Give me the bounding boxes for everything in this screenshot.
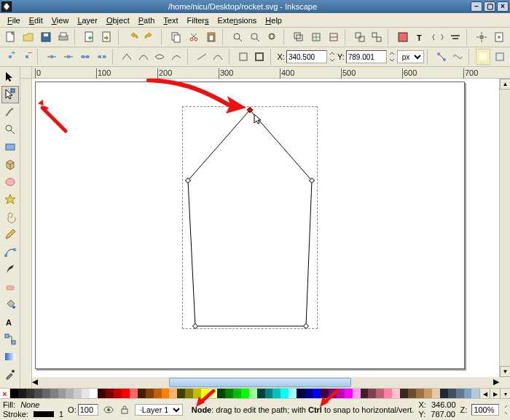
- copy-button[interactable]: [168, 29, 184, 45]
- scroll-right-button[interactable]: ▶: [493, 377, 499, 388]
- color-swatch[interactable]: [177, 389, 185, 399]
- gradient-tool[interactable]: [1, 348, 19, 365]
- clone-button[interactable]: [308, 29, 324, 45]
- close-button[interactable]: ×: [497, 1, 509, 12]
- maximize-button[interactable]: ▢: [484, 1, 495, 12]
- color-swatch[interactable]: [50, 389, 58, 399]
- spinner-icon[interactable]: [388, 51, 396, 63]
- node-smooth-button[interactable]: [136, 49, 151, 65]
- menu-help[interactable]: Help: [261, 15, 286, 26]
- pencil-tool[interactable]: [1, 226, 19, 243]
- color-swatch[interactable]: [432, 389, 440, 399]
- export-button[interactable]: [99, 29, 115, 45]
- color-swatch[interactable]: [272, 389, 280, 399]
- preferences-button[interactable]: [474, 29, 490, 45]
- rect-tool[interactable]: [1, 138, 19, 156]
- color-swatch[interactable]: [257, 389, 265, 399]
- paste-button[interactable]: [203, 29, 219, 45]
- duplicate-button[interactable]: [291, 29, 307, 45]
- cut-button[interactable]: [186, 29, 202, 45]
- palette-menu[interactable]: ▾: [500, 389, 510, 399]
- color-swatch[interactable]: [464, 389, 472, 399]
- color-swatch[interactable]: [456, 389, 464, 399]
- menu-filters[interactable]: Filters: [183, 15, 213, 26]
- layer-select[interactable]: ·Layer 1: [135, 404, 183, 416]
- menu-layer[interactable]: Layer: [73, 15, 102, 26]
- color-swatch[interactable]: [400, 389, 408, 399]
- fill-stroke-dialog-button[interactable]: [395, 29, 411, 45]
- color-swatch[interactable]: [18, 389, 26, 399]
- color-swatch[interactable]: [305, 389, 313, 399]
- join-nodes-button[interactable]: [61, 49, 76, 65]
- color-swatch[interactable]: [233, 389, 241, 399]
- color-swatch[interactable]: [392, 389, 400, 399]
- 3dbox-tool[interactable]: [1, 156, 19, 173]
- connector-tool[interactable]: [1, 330, 19, 348]
- fill-stroke-indicator[interactable]: Fill: None Stroke: 1: [3, 400, 63, 418]
- paint-bucket-tool[interactable]: [1, 296, 19, 313]
- text-dialog-button[interactable]: T: [412, 29, 428, 45]
- spiral-tool[interactable]: [1, 208, 19, 226]
- scroll-down-button[interactable]: ▼: [500, 366, 510, 377]
- spinner-icon[interactable]: [503, 404, 507, 416]
- insert-node-button[interactable]: +: [3, 49, 18, 65]
- color-swatch[interactable]: [408, 389, 416, 399]
- spinner-icon[interactable]: [329, 51, 336, 63]
- dropper-tool[interactable]: [1, 365, 19, 383]
- color-swatch[interactable]: [280, 389, 289, 399]
- print-button[interactable]: [55, 29, 71, 45]
- text-tool[interactable]: A: [1, 313, 19, 330]
- next-path-effect-button[interactable]: [476, 49, 491, 65]
- selector-tool[interactable]: [1, 68, 19, 86]
- break-path-button[interactable]: [44, 49, 60, 65]
- color-swatch[interactable]: [130, 389, 138, 399]
- color-swatch[interactable]: [122, 389, 130, 399]
- layer-visibility-toggle[interactable]: [103, 403, 114, 416]
- opacity-input[interactable]: [78, 404, 98, 416]
- new-doc-button[interactable]: [3, 29, 19, 45]
- color-swatch[interactable]: [249, 389, 257, 399]
- edit-clip-button[interactable]: [492, 49, 507, 65]
- menu-text[interactable]: Text: [159, 15, 182, 26]
- color-swatch[interactable]: [297, 389, 305, 399]
- color-swatch[interactable]: [384, 389, 392, 399]
- color-swatch[interactable]: [58, 389, 66, 399]
- segment-line-button[interactable]: [194, 49, 209, 65]
- menu-file[interactable]: File: [3, 15, 25, 26]
- color-swatch[interactable]: [66, 389, 74, 399]
- scroll-track[interactable]: [500, 90, 510, 366]
- color-swatch[interactable]: [225, 389, 233, 399]
- star-tool[interactable]: [1, 191, 19, 208]
- menu-edit[interactable]: Edit: [25, 15, 47, 26]
- join-segment-button[interactable]: [78, 49, 93, 65]
- color-swatch[interactable]: [26, 389, 34, 399]
- color-swatch[interactable]: [424, 389, 432, 399]
- color-swatch[interactable]: [448, 389, 456, 399]
- color-swatch[interactable]: [353, 389, 361, 399]
- zoom-tool[interactable]: [1, 121, 19, 138]
- color-swatch[interactable]: [138, 389, 146, 399]
- unlink-clone-button[interactable]: [326, 29, 342, 45]
- coord-y-input[interactable]: [346, 50, 387, 63]
- color-swatch[interactable]: [146, 389, 154, 399]
- object-to-path-button[interactable]: [235, 49, 251, 65]
- group-button[interactable]: [352, 29, 368, 45]
- stroke-to-path-button[interactable]: [252, 49, 267, 65]
- color-swatch[interactable]: [361, 389, 369, 399]
- color-swatch[interactable]: [34, 389, 42, 399]
- menu-extensions[interactable]: Extensions: [213, 15, 262, 26]
- xml-editor-button[interactable]: [430, 29, 446, 45]
- color-swatch[interactable]: [74, 389, 82, 399]
- segment-curve-button[interactable]: [211, 49, 226, 65]
- color-swatch[interactable]: [169, 389, 177, 399]
- color-swatch[interactable]: [471, 389, 479, 399]
- scroll-up-button[interactable]: ▲: [500, 79, 510, 90]
- color-swatch[interactable]: [345, 389, 353, 399]
- color-swatch[interactable]: [154, 389, 162, 399]
- palette-scroll-left[interactable]: ◀: [479, 389, 490, 399]
- color-swatch[interactable]: [289, 389, 297, 399]
- edited-path[interactable]: [182, 108, 318, 330]
- color-swatch[interactable]: [162, 389, 170, 399]
- color-swatch[interactable]: [217, 389, 225, 399]
- import-button[interactable]: [82, 29, 98, 45]
